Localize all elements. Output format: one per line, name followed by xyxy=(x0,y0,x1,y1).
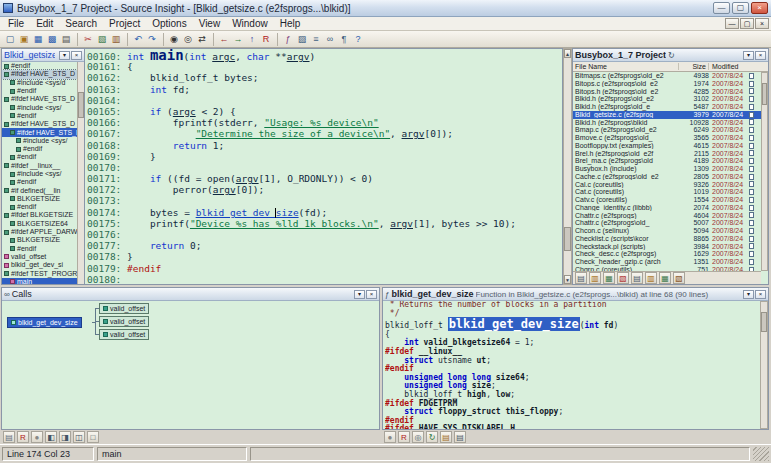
code-line[interactable]: 00176: xyxy=(87,229,562,240)
code-line[interactable]: struct floppy_struct this_floppy; xyxy=(385,408,760,417)
dock-button[interactable]: ▾ xyxy=(59,51,70,60)
filter-recent-icon[interactable]: ▤ xyxy=(631,272,643,284)
symbol-item[interactable]: #ifdef HAVE_STS_D xyxy=(2,95,77,103)
scroll-thumb[interactable] xyxy=(761,312,767,332)
file-row[interactable]: Change_identity.c (libbb)20742007/8/24 xyxy=(573,204,761,212)
symbol-item[interactable]: #include <sys/ xyxy=(2,137,77,145)
symbol-item[interactable]: #ifdef TEST_PROGR xyxy=(2,269,77,277)
references-icon[interactable]: R xyxy=(259,32,273,46)
code-line[interactable]: 00160:int main(int argc, char **argv) xyxy=(87,50,562,61)
symbol-item[interactable]: #ifdef HAVE_STS_D xyxy=(2,128,77,136)
file-row[interactable]: Brel.h (e2fsprogs\old_e2f21152007/8/24 xyxy=(573,150,761,158)
menu-view[interactable]: View xyxy=(193,18,227,29)
editor[interactable]: 00160:int main(int argc, char **argv)001… xyxy=(85,48,563,285)
code-line[interactable]: 00170: xyxy=(87,162,562,173)
symbol-item[interactable]: main xyxy=(2,278,77,284)
project-window-header[interactable]: Busybox_1_7 Project ↻ ▾× xyxy=(573,49,768,62)
code-line[interactable]: * Returns the number of blocks in a part… xyxy=(385,301,760,310)
lock-icon[interactable]: ● xyxy=(384,431,396,443)
context-window-header[interactable]: ƒ blkid_get_dev_size Function in Blkid_g… xyxy=(383,288,768,301)
file-row[interactable]: Cat.c (coreutils)10192007/8/24 xyxy=(573,188,761,196)
project-scrollbar[interactable] xyxy=(761,72,768,271)
symbol-item[interactable]: #endif xyxy=(2,203,77,211)
symbol-item[interactable]: #ifdef APPLE_DARW xyxy=(2,228,77,236)
undo-icon[interactable]: ↶ xyxy=(131,32,145,46)
new-file-icon[interactable]: ▢ xyxy=(3,32,17,46)
context-scrollbar[interactable] xyxy=(760,301,768,429)
file-row[interactable]: Blkid_getsize.c (e2fsprog39792007/8/24 xyxy=(573,111,761,119)
paste-icon[interactable]: ▥ xyxy=(109,32,123,46)
tile-vertical-icon[interactable]: ◨ xyxy=(59,431,71,443)
file-row[interactable]: Catv.c (coreutils)15542007/8/24 xyxy=(573,196,761,204)
resize-grip[interactable] xyxy=(753,447,769,461)
doc-b-icon[interactable]: ▤ xyxy=(454,431,466,443)
lock-icon[interactable]: ● xyxy=(31,431,43,443)
symbol-item[interactable]: #endif xyxy=(2,153,77,161)
symbol-item[interactable]: #ifdef HAVE_STS_D xyxy=(2,70,77,78)
code-line[interactable]: 00167: "Determine the size of a device\n… xyxy=(87,128,562,139)
open-file-icon[interactable]: ▣ xyxy=(17,32,31,46)
symbol-item[interactable]: #endif xyxy=(2,245,77,253)
symbol-item[interactable]: BLKGETSIZE xyxy=(2,236,77,244)
file-row[interactable]: Bitops.c (e2fsprogs\old_e219742007/8/24 xyxy=(573,80,761,88)
file-row[interactable]: Checklist.c (scripts\kcor88652007/8/24 xyxy=(573,235,761,243)
scroll-thumb[interactable] xyxy=(564,227,571,251)
report-icon[interactable]: R xyxy=(17,431,29,443)
file-row[interactable]: Chcon.c (selinux)50942007/8/24 xyxy=(573,227,761,235)
report-icon[interactable]: R xyxy=(398,431,410,443)
close-panel-button[interactable]: × xyxy=(755,290,766,299)
save-all-icon[interactable]: ▩ xyxy=(45,32,59,46)
file-row[interactable]: Check_desc.c (e2fsprogs)16292007/8/24 xyxy=(573,250,761,258)
search-icon[interactable]: ◉ xyxy=(167,32,181,46)
file-row[interactable]: Bitmaps.c (e2fsprogs\old_e249382007/8/24 xyxy=(573,72,761,80)
jump-definition-icon[interactable]: ↑ xyxy=(245,32,259,46)
code-line[interactable]: 00173: xyxy=(87,195,562,206)
symbol-window-header[interactable]: Blkid_getsize.c ▾× xyxy=(2,49,84,62)
scroll-down-icon[interactable]: ▼ xyxy=(564,275,571,284)
symbol-item[interactable]: #ifdef BLKGETSIZE xyxy=(2,211,77,219)
dock-button[interactable]: ▾ xyxy=(743,51,754,60)
symbol-scrollbar[interactable] xyxy=(77,62,84,284)
scroll-thumb[interactable] xyxy=(762,83,767,105)
symbol-item[interactable]: #if defined(__lin xyxy=(2,186,77,194)
code-line[interactable]: struct utsname ut; xyxy=(385,357,760,366)
menu-project[interactable]: Project xyxy=(103,18,146,29)
code-line[interactable]: 00178:} xyxy=(87,251,562,262)
mdi-restore-button[interactable]: ▢ xyxy=(740,18,754,29)
symbol-item[interactable]: BLKGETSIZE64 xyxy=(2,220,77,228)
file-row[interactable]: Bmove.c (e2fsprogs\old_35652007/8/24 xyxy=(573,134,761,142)
code-line[interactable]: 00172: perror(argv[0]); xyxy=(87,184,562,195)
call-node[interactable]: valid_offset xyxy=(99,329,149,340)
clip-window-icon[interactable]: ▤ xyxy=(3,431,15,443)
menu-window[interactable]: Window xyxy=(226,18,274,29)
editor-scrollbar[interactable]: ▲ ▼ xyxy=(563,48,572,285)
code-line[interactable]: blkid_loff_t blkid_get_dev_size(int fd) xyxy=(385,318,760,331)
symbol-item[interactable]: valid_offset xyxy=(2,253,77,261)
symbol-item[interactable]: #endif xyxy=(2,112,77,120)
column-modified[interactable]: Modified xyxy=(709,63,768,70)
filter-project-icon[interactable]: ▦ xyxy=(659,272,671,284)
sync-icon[interactable]: ↻ xyxy=(426,431,438,443)
symbol-item[interactable]: #ifdef __linux__ xyxy=(2,162,77,170)
file-row[interactable]: Cache.c (e2fsprogs\old_e228052007/8/24 xyxy=(573,173,761,181)
search-files-icon[interactable]: ◎ xyxy=(181,32,195,46)
go-forward-icon[interactable]: → xyxy=(231,32,245,46)
file-row[interactable]: Blkid.h (e2fsprogs\old_e54872007/8/24 xyxy=(573,103,761,111)
code-line[interactable]: 00179:#endif xyxy=(87,263,562,274)
redo-icon[interactable]: ↷ xyxy=(145,32,159,46)
mdi-minimize-button[interactable]: — xyxy=(725,18,739,29)
maximize-button[interactable]: ▢ xyxy=(732,2,749,14)
file-row[interactable]: Bmap.c (e2fsprogs\old_e262492007/8/24 xyxy=(573,126,761,134)
full-screen-icon[interactable]: □ xyxy=(87,431,99,443)
symbol-item[interactable]: blkid_get_dev_si xyxy=(2,261,77,269)
file-row[interactable]: Chattr.c (e2fsprogs\old_50072007/8/24 xyxy=(573,219,761,227)
symbol-item[interactable]: #endif xyxy=(2,87,77,95)
symbol-item[interactable]: #include <sys/ xyxy=(2,103,77,111)
close-panel-button[interactable]: × xyxy=(71,51,82,60)
code-line[interactable]: 00174: bytes = blkid_get_dev_size(fd); xyxy=(87,207,562,218)
symbol-item[interactable]: #include <sys/d xyxy=(2,79,77,87)
code-line[interactable]: 00180: xyxy=(87,274,562,285)
cut-icon[interactable]: ✂ xyxy=(81,32,95,46)
code-line[interactable]: 00166: fprintf(stderr, "Usage: %s device… xyxy=(87,117,562,128)
file-row[interactable]: Chattr.c (e2fsprogs)46042007/8/24 xyxy=(573,212,761,220)
